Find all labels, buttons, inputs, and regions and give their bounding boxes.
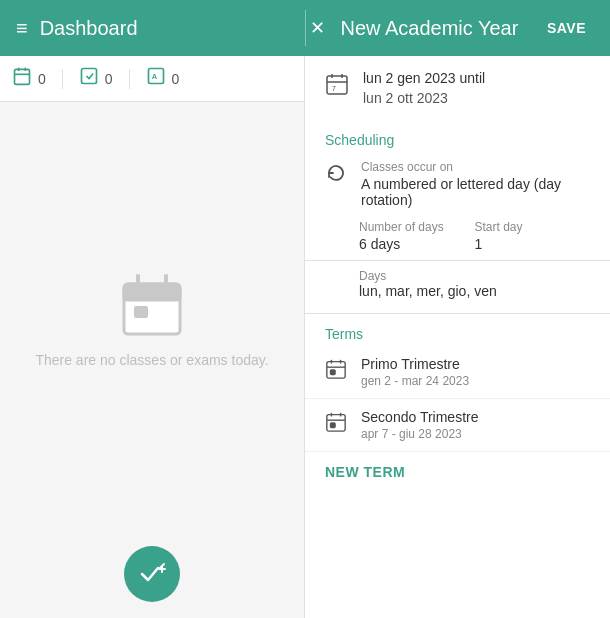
- date-end-text: lun 2 ott 2023: [363, 90, 485, 114]
- days-row: Days lun, mar, mer, gio, ven: [305, 261, 610, 314]
- panel-title: New Academic Year: [341, 17, 519, 40]
- term-1-text: Primo Trimestre gen 2 - mar 24 2023: [361, 356, 469, 388]
- empty-state-text: There are no classes or exams today.: [35, 352, 268, 368]
- panel-header-left: ✕ New Academic Year: [306, 13, 519, 43]
- term-item-1[interactable]: Primo Trimestre gen 2 - mar 24 2023: [305, 346, 610, 399]
- menu-icon[interactable]: ≡: [16, 17, 28, 40]
- days-value: lun, mar, mer, gio, ven: [359, 283, 590, 299]
- classes-occur-value: A numbered or lettered day (day rotation…: [361, 176, 590, 208]
- toolbar-calendar-item[interactable]: 0: [12, 66, 46, 91]
- fab-button[interactable]: [124, 546, 180, 602]
- scheduling-row: Classes occur on A numbered or lettered …: [305, 152, 610, 220]
- svg-text:A: A: [151, 72, 157, 81]
- term-1-name: Primo Trimestre: [361, 356, 469, 372]
- scheduling-refresh-icon: [325, 162, 347, 189]
- right-panel: 7 lun 2 gen 2023 until lun 2 ott 2023 Sc…: [305, 56, 610, 618]
- toolbar-text-item[interactable]: A 0: [146, 66, 180, 91]
- dashboard-title: Dashboard: [40, 17, 138, 40]
- date-calendar-icon: 7: [325, 72, 349, 102]
- new-term-button[interactable]: NEW TERM: [305, 452, 425, 492]
- svg-rect-16: [327, 76, 347, 94]
- close-icon[interactable]: ✕: [306, 13, 329, 43]
- term-item-2[interactable]: Secondo Trimestre apr 7 - giu 28 2023: [305, 399, 610, 452]
- classes-occur-label: Classes occur on: [361, 160, 590, 174]
- toolbar-sep-1: [62, 69, 63, 89]
- term-1-dates: gen 2 - mar 24 2023: [361, 374, 469, 388]
- terms-section: Primo Trimestre gen 2 - mar 24 2023 Seco…: [305, 346, 610, 492]
- svg-rect-26: [327, 415, 345, 432]
- text-count: 0: [172, 71, 180, 87]
- toolbar-sep-2: [129, 69, 130, 89]
- term-2-text: Secondo Trimestre apr 7 - giu 28 2023: [361, 409, 479, 441]
- start-day-col: Start day 1: [475, 220, 591, 252]
- num-days-value: 6 days: [359, 236, 475, 252]
- date-start-text: lun 2 gen 2023 until: [363, 70, 485, 86]
- scheduling-label: Scheduling: [305, 120, 610, 152]
- svg-rect-21: [327, 362, 345, 379]
- num-days-label: Number of days: [359, 220, 475, 234]
- svg-rect-30: [331, 423, 336, 428]
- start-day-value: 1: [475, 236, 591, 252]
- svg-rect-9: [124, 292, 180, 300]
- date-row: 7 lun 2 gen 2023 until lun 2 ott 2023: [305, 56, 610, 120]
- svg-rect-25: [331, 370, 336, 375]
- calendar-toolbar-icon: [12, 66, 32, 91]
- svg-rect-0: [15, 69, 30, 84]
- start-day-label: Start day: [475, 220, 591, 234]
- toolbar-row: 0 0 A 0: [0, 56, 304, 102]
- term-2-name: Secondo Trimestre: [361, 409, 479, 425]
- days-label: Days: [359, 269, 590, 283]
- app-header: ≡ Dashboard ✕ New Academic Year SAVE: [0, 0, 610, 56]
- check-toolbar-icon: [79, 66, 99, 91]
- num-days-col: Number of days 6 days: [359, 220, 475, 252]
- term-2-calendar-icon: [325, 411, 347, 438]
- toolbar-check-item[interactable]: 0: [79, 66, 113, 91]
- date-text-block: lun 2 gen 2023 until lun 2 ott 2023: [363, 70, 485, 114]
- scheduling-text-block: Classes occur on A numbered or lettered …: [361, 160, 590, 208]
- svg-rect-12: [134, 306, 148, 318]
- fab-area: [0, 534, 304, 618]
- terms-label: Terms: [305, 314, 610, 346]
- calendar-count: 0: [38, 71, 46, 87]
- empty-state: There are no classes or exams today.: [0, 102, 304, 534]
- empty-calendar-icon: [116, 268, 188, 340]
- text-toolbar-icon: A: [146, 66, 166, 91]
- header-left: ≡ Dashboard: [16, 17, 305, 40]
- left-panel: 0 0 A 0: [0, 56, 305, 618]
- scheduling-details: Number of days 6 days Start day 1: [305, 220, 610, 261]
- svg-rect-4: [81, 69, 96, 84]
- check-count: 0: [105, 71, 113, 87]
- header-right: ✕ New Academic Year SAVE: [306, 13, 595, 43]
- svg-text:7: 7: [332, 85, 336, 92]
- term-1-calendar-icon: [325, 358, 347, 385]
- main-area: 0 0 A 0: [0, 56, 610, 618]
- term-2-dates: apr 7 - giu 28 2023: [361, 427, 479, 441]
- save-button[interactable]: SAVE: [539, 16, 594, 40]
